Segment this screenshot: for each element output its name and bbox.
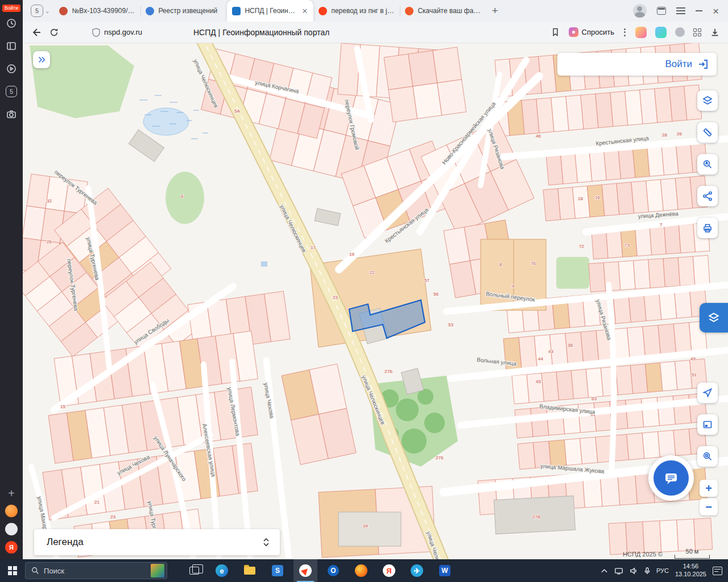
tab-nspd-active[interactable]: НСПД | Геоинфор... ✕ [227, 0, 313, 22]
expand-panel-button[interactable] [33, 51, 50, 68]
tab-converter[interactable]: перевод из пнг в jp... [313, 0, 400, 22]
system-tray: РУС 14:56 13.10.2025 [601, 563, 728, 579]
chat-assistant-button[interactable] [648, 455, 694, 501]
messenger-icon[interactable]: ✈ [405, 559, 429, 582]
tab-download[interactable]: Скачайте ваш файл... [400, 0, 486, 22]
start-button[interactable] [0, 559, 25, 582]
parcel-number: 49 [690, 356, 696, 361]
zoom-in-button[interactable]: + [700, 480, 718, 497]
hidden-icons-chevron[interactable] [601, 568, 608, 573]
share-button[interactable] [697, 186, 718, 206]
microphone-icon[interactable] [644, 567, 650, 575]
volume-icon[interactable] [630, 567, 638, 575]
parcel-number: 43 [548, 349, 553, 354]
map-canvas[interactable]: 5А632261719232257565327Б2763427В87694443… [23, 43, 728, 559]
parcel-number: 26 [677, 131, 682, 136]
yandex-login-badge[interactable]: Войти [2, 5, 20, 12]
scale-bar: 50 м [675, 548, 710, 559]
tab-favicon [59, 7, 68, 15]
history-icon[interactable] [0, 12, 23, 35]
firefox-icon[interactable] [349, 559, 373, 582]
downloads-icon[interactable] [710, 27, 720, 38]
locate-me-button[interactable] [697, 383, 718, 403]
tab-favicon [146, 7, 154, 15]
yandex-search-icon[interactable]: Я [377, 559, 401, 582]
store-icon[interactable]: S [266, 559, 289, 582]
edge-icon[interactable]: e [210, 559, 234, 582]
network-icon[interactable] [614, 567, 623, 575]
task-view-button[interactable] [182, 559, 206, 582]
menu-icon[interactable] [676, 7, 685, 14]
add-panel-icon[interactable]: + [8, 488, 15, 499]
word-icon[interactable]: W [433, 559, 457, 582]
parcel-number: 34 [363, 523, 368, 529]
more-options-icon[interactable] [623, 28, 627, 36]
bookmarks-count-badge[interactable]: 5 [0, 80, 23, 103]
layers-button[interactable] [697, 90, 718, 111]
collections-icon[interactable] [693, 28, 701, 36]
search-icon [31, 567, 39, 575]
zoom-to-area-button[interactable] [697, 446, 718, 467]
parcel-number: 56 [433, 292, 439, 297]
panels-icon[interactable] [0, 35, 23, 57]
screen: Войти 5 + Я 5⌄ №Вх-103-439909/2... [0, 0, 728, 582]
tab-close-icon[interactable]: ✕ [301, 7, 308, 15]
extension-icon[interactable] [655, 27, 667, 38]
portal-login-button[interactable]: Войти [557, 53, 717, 76]
parcel-number: 51 [692, 372, 697, 377]
play-icon[interactable] [0, 57, 23, 80]
overview-map-button[interactable] [697, 414, 718, 435]
parcel-number: 7 [660, 222, 663, 227]
yandex-app-icon[interactable]: Я [5, 541, 18, 554]
tab-document[interactable]: №Вх-103-439909/2... [54, 0, 140, 22]
ask-ai-button[interactable]: Спросить [569, 27, 614, 37]
screenshot-icon[interactable] [0, 103, 23, 126]
page-title: НСПД | Геоинформационный портал [193, 28, 329, 37]
window-minimize-button[interactable] [696, 10, 702, 11]
tab-favicon [318, 7, 327, 15]
clock[interactable]: 14:56 13.10.2025 [675, 563, 706, 579]
tab-favicon [232, 7, 241, 15]
windows-taskbar: Поиск e S O Я ✈ W РУС 14:56 13.10.2025 [0, 559, 728, 582]
alice-app-icon[interactable] [5, 505, 18, 517]
print-button[interactable] [697, 218, 718, 238]
file-explorer-icon[interactable] [238, 559, 262, 582]
legend-collapse-icon[interactable] [262, 537, 271, 547]
tab-bar: 5⌄ №Вх-103-439909/2... Реестр извещений … [23, 0, 728, 22]
widgets-icon[interactable] [657, 7, 666, 15]
parcel-number: 21 [94, 500, 100, 505]
shield-icon [92, 28, 100, 37]
bookmark-flag-icon[interactable] [551, 27, 560, 37]
extension-icon[interactable] [675, 27, 685, 37]
app-icon[interactable] [5, 523, 18, 535]
object-search-button[interactable] [697, 154, 718, 174]
parcel-number: 73 [624, 243, 630, 248]
yandex-browser-icon[interactable] [293, 559, 317, 582]
tab-registry[interactable]: Реестр извещений [140, 0, 227, 22]
parcel-block[interactable] [384, 47, 466, 122]
parcel-number: 23 [110, 514, 115, 519]
window-close-button[interactable]: × [713, 6, 719, 16]
legend-panel[interactable]: Легенда [34, 529, 280, 555]
parcel-number: 32 [47, 198, 52, 203]
measure-button[interactable] [697, 122, 718, 143]
collapsed-panel-tab[interactable] [700, 303, 728, 332]
tab-counter[interactable]: 5⌄ [31, 5, 49, 17]
url-field[interactable]: nspd.gov.ru [92, 28, 142, 37]
new-tab-button[interactable]: + [486, 5, 503, 17]
parcel-number: 23 [333, 295, 338, 300]
parcel-number: 276 [436, 455, 444, 460]
parcel-number: 18 [578, 196, 583, 201]
zoom-out-button[interactable]: − [700, 498, 718, 516]
language-indicator[interactable]: РУС [656, 567, 669, 574]
profile-avatar[interactable] [633, 4, 647, 18]
outlook-icon[interactable]: O [321, 559, 345, 582]
search-highlight-image[interactable] [151, 564, 164, 577]
map-attribution: НСПД 2025 © [623, 551, 663, 558]
back-icon[interactable] [31, 27, 42, 38]
reload-icon[interactable] [49, 27, 59, 38]
notification-center-icon[interactable] [713, 567, 722, 575]
extension-icon[interactable] [635, 27, 647, 38]
taskbar-search-input[interactable]: Поиск [25, 562, 167, 579]
parcel-number: 8 [499, 262, 502, 267]
